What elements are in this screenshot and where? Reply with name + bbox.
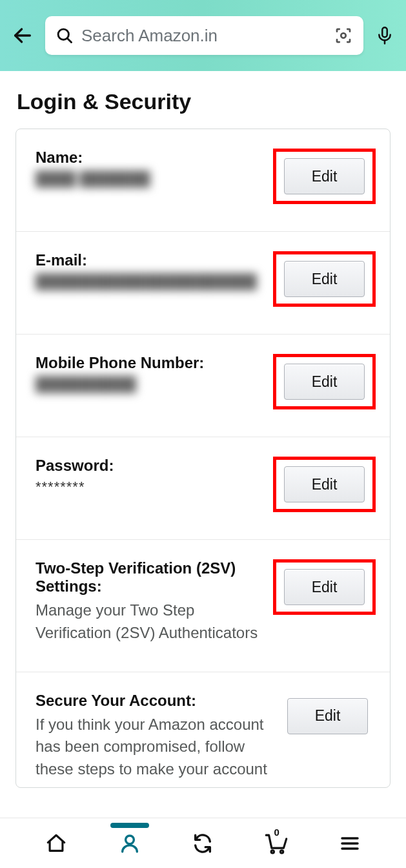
row-email: E-mail: ██████████████████████ Edit: [16, 232, 390, 335]
camera-scan-icon[interactable]: [334, 26, 353, 45]
edit-secure-button[interactable]: Edit: [287, 698, 368, 734]
nav-account[interactable]: [117, 831, 143, 856]
highlight-password: Edit: [273, 457, 376, 512]
highlight-twostep: Edit: [273, 559, 376, 615]
edit-password-button[interactable]: Edit: [284, 466, 365, 502]
twostep-label: Two-Step Verification (2SV) Settings:: [36, 559, 267, 595]
row-phone: Mobile Phone Number: ██████████ Edit: [16, 335, 390, 437]
home-icon: [45, 832, 67, 854]
row-name: Name: ████ ███████ Edit: [16, 129, 390, 232]
svg-point-8: [281, 850, 283, 852]
nav-cart[interactable]: 0: [263, 831, 289, 856]
password-value: ********: [36, 479, 267, 495]
svg-point-3: [341, 33, 346, 38]
email-label: E-mail:: [36, 251, 267, 269]
row-secure: Secure Your Account: If you think your A…: [16, 672, 390, 787]
cart-count: 0: [274, 827, 279, 838]
highlight-email: Edit: [273, 251, 376, 307]
microphone-icon: [375, 25, 394, 46]
phone-label: Mobile Phone Number:: [36, 354, 267, 372]
search-icon: [56, 26, 74, 45]
password-label: Password:: [36, 457, 267, 475]
back-button[interactable]: [12, 25, 34, 46]
app-header: Search Amazon.in: [0, 0, 406, 71]
search-placeholder: Search Amazon.in: [81, 26, 326, 46]
edit-email-button[interactable]: Edit: [284, 261, 365, 297]
twostep-desc: Manage your Two Step Verification (2SV) …: [36, 599, 267, 645]
name-value: ████ ███████: [36, 170, 267, 187]
nav-home[interactable]: [43, 831, 69, 856]
svg-rect-4: [382, 28, 387, 37]
settings-card: Name: ████ ███████ Edit E-mail: ████████…: [15, 129, 391, 788]
bottom-nav: 0: [0, 818, 406, 868]
edit-phone-button[interactable]: Edit: [284, 364, 365, 400]
highlight-phone: Edit: [273, 354, 376, 409]
nav-refresh[interactable]: [190, 831, 216, 856]
email-value: ██████████████████████: [36, 273, 267, 290]
highlight-name: Edit: [273, 149, 376, 204]
search-input[interactable]: Search Amazon.in: [45, 16, 363, 55]
nav-menu[interactable]: [337, 831, 363, 856]
voice-search-button[interactable]: [375, 25, 394, 46]
page-title: Login & Security: [0, 71, 406, 129]
svg-point-6: [125, 835, 134, 843]
secure-desc: If you think your Amazon account has bee…: [36, 714, 273, 781]
edit-twostep-button[interactable]: Edit: [284, 569, 365, 605]
nav-active-indicator: [110, 823, 149, 828]
row-password: Password: ******** Edit: [16, 437, 390, 540]
phone-value: ██████████: [36, 376, 267, 393]
hamburger-icon: [340, 833, 360, 854]
user-icon: [119, 832, 141, 854]
svg-line-2: [68, 39, 72, 43]
row-twostep: Two-Step Verification (2SV) Settings: Ma…: [16, 540, 390, 672]
name-label: Name:: [36, 149, 267, 167]
refresh-icon: [192, 832, 214, 854]
edit-name-button[interactable]: Edit: [284, 158, 365, 194]
svg-point-7: [271, 850, 274, 852]
arrow-left-icon: [12, 25, 34, 46]
secure-label: Secure Your Account:: [36, 692, 273, 710]
